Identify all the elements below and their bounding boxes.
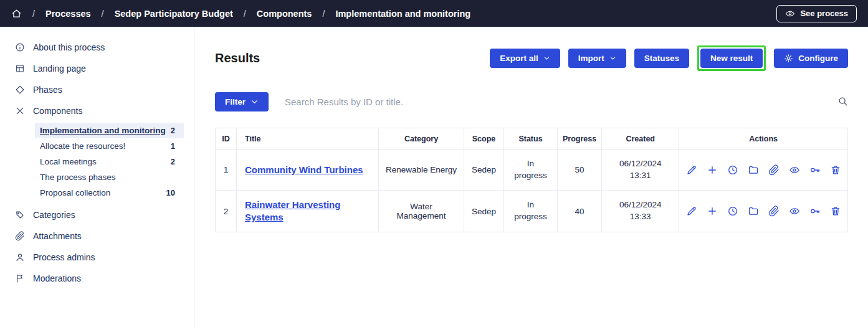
import-button[interactable]: Import	[568, 49, 626, 68]
result-id: 1	[216, 150, 237, 191]
page-title: Results	[215, 51, 260, 65]
configure-button[interactable]: Configure	[774, 49, 848, 68]
edit-button[interactable]	[686, 206, 697, 217]
sidebar-subitem-proposal-collection[interactable]: Proposal collection 10	[35, 185, 184, 201]
result-title-link[interactable]: Community Wind Turbines	[245, 164, 363, 176]
sidebar-item-label: About this process	[33, 42, 105, 52]
result-category: Water Management	[379, 190, 464, 232]
sidebar-item-landing-page[interactable]: Landing page	[0, 58, 194, 79]
add-child-button[interactable]	[707, 164, 718, 176]
highlight-annotation: New result	[697, 45, 766, 71]
flag-icon	[15, 273, 25, 283]
sidebar-item-label: Components	[33, 106, 82, 116]
search-input[interactable]	[285, 97, 821, 107]
export-all-button[interactable]: Export all	[490, 49, 560, 68]
statuses-label: Statuses	[644, 54, 679, 63]
sidebar-item-categories[interactable]: Categories	[0, 204, 194, 225]
gear-icon	[784, 54, 793, 63]
created-date: 06/12/2024	[619, 200, 662, 209]
col-header-scope: Scope	[464, 128, 504, 150]
count-badge: 2	[171, 157, 175, 166]
row-actions	[685, 164, 841, 176]
configure-label: Configure	[798, 54, 838, 63]
clock-icon	[727, 164, 738, 176]
home-button[interactable]	[11, 8, 22, 19]
result-status: In progress	[504, 150, 558, 191]
sidebar-item-phases[interactable]: Phases	[0, 79, 194, 100]
import-label: Import	[578, 54, 604, 63]
statuses-button[interactable]: Statuses	[634, 49, 689, 68]
attachments-button[interactable]	[768, 164, 780, 176]
chevron-down-icon	[543, 55, 550, 62]
delete-button[interactable]	[830, 206, 841, 217]
export-all-label: Export all	[500, 54, 538, 63]
filter-button[interactable]: Filter	[215, 92, 269, 111]
paperclip-icon	[768, 164, 780, 176]
result-category: Renewable Energy	[379, 150, 464, 191]
permissions-button[interactable]	[809, 206, 821, 217]
preview-button[interactable]	[789, 164, 800, 176]
result-progress: 40	[558, 190, 602, 232]
info-icon	[15, 42, 25, 52]
created-time: 13:33	[630, 212, 651, 221]
sidebar-item-label: Landing page	[33, 64, 86, 73]
col-header-id: ID	[216, 128, 237, 150]
sidebar-item-process-admins[interactable]: Process admins	[0, 247, 194, 268]
search-icon	[837, 96, 848, 107]
sidebar: About this process Landing page Phases C…	[0, 27, 194, 327]
main-content: Results Export all Import Statuses New r…	[194, 27, 868, 327]
search-button[interactable]	[837, 96, 848, 108]
folder-button[interactable]	[748, 164, 759, 176]
sub-item-label: Proposal collection	[40, 188, 166, 197]
paperclip-icon	[15, 231, 25, 241]
result-scope: Sedep	[464, 190, 504, 232]
clock-icon	[727, 206, 738, 217]
eye-icon	[785, 9, 795, 19]
sub-item-label: Implementation and monitoring	[40, 126, 171, 135]
result-scope: Sedep	[464, 150, 504, 191]
trash-icon	[830, 206, 841, 217]
tag-icon	[15, 210, 25, 220]
sidebar-subitem-local-meetings[interactable]: Local meetings 2	[35, 154, 184, 169]
sidebar-item-label: Categories	[33, 210, 75, 220]
timeline-button[interactable]	[727, 164, 738, 176]
folder-button[interactable]	[748, 206, 759, 217]
breadcrumb-components[interactable]: Components	[257, 9, 312, 19]
new-result-button[interactable]: New result	[700, 49, 763, 68]
breadcrumb-processes[interactable]: Processes	[45, 9, 91, 19]
timeline-button[interactable]	[727, 206, 738, 217]
sidebar-item-attachments[interactable]: Attachments	[0, 225, 194, 247]
breadcrumb-separator: /	[32, 9, 35, 19]
new-result-label: New result	[710, 54, 753, 63]
sidebar-subitem-implementation-and-monitoring[interactable]: Implementation and monitoring 2	[35, 123, 184, 138]
home-icon	[11, 8, 22, 19]
chevron-down-icon	[250, 98, 259, 106]
sidebar-item-about[interactable]: About this process	[0, 37, 194, 58]
table-header-row: ID Title Category Scope Status Progress …	[216, 128, 848, 150]
sidebar-item-moderations[interactable]: Moderations	[0, 268, 194, 289]
permissions-button[interactable]	[809, 164, 821, 176]
sidebar-item-components[interactable]: Components	[0, 100, 194, 121]
edit-button[interactable]	[686, 164, 697, 176]
pencil-icon	[686, 164, 697, 176]
see-process-button[interactable]: See process	[776, 5, 857, 22]
user-icon	[15, 252, 25, 262]
col-header-actions: Actions	[679, 128, 848, 150]
add-child-button[interactable]	[707, 206, 718, 217]
plus-icon	[707, 164, 718, 176]
sidebar-subitem-the-process-phases[interactable]: The process phases	[35, 169, 184, 185]
attachments-button[interactable]	[768, 206, 780, 217]
result-title-link[interactable]: Rainwater Harvesting Systems	[245, 199, 372, 224]
row-actions	[685, 206, 841, 217]
delete-button[interactable]	[830, 164, 841, 176]
paperclip-icon	[768, 206, 780, 217]
preview-button[interactable]	[789, 206, 800, 217]
trash-icon	[830, 164, 841, 176]
results-table: ID Title Category Scope Status Progress …	[215, 128, 848, 232]
sub-item-label: The process phases	[40, 173, 175, 182]
result-status: In progress	[504, 190, 558, 232]
sidebar-subitem-allocate-the-resources[interactable]: Allocate the resources! 1	[35, 138, 184, 154]
col-header-category: Category	[379, 128, 464, 150]
breadcrumb-process-name[interactable]: Sedep Participatory Budget	[115, 9, 233, 19]
breadcrumb-current-component[interactable]: Implementation and monitoring	[335, 9, 470, 19]
